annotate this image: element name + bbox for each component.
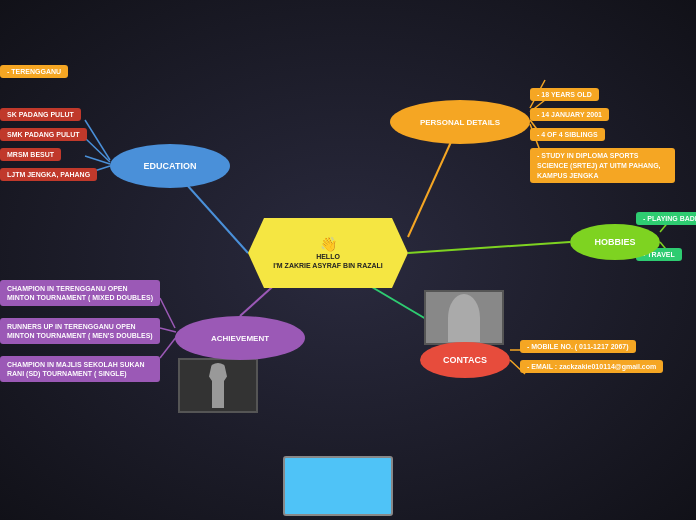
achievement-label: ACHIEVEMENT — [211, 334, 269, 343]
contacts-label: CONTACS — [443, 355, 487, 365]
contacts-node: CONTACS — [420, 342, 510, 378]
personal-label: PERSONAL DETAILS — [420, 118, 500, 127]
contact-person-photo — [424, 290, 504, 345]
ach-item-1: CHAMPION IN TERENGGANU OPEN MINTON TOURN… — [0, 280, 160, 306]
svg-line-16 — [160, 298, 175, 328]
personal-item-4: - 4 OF 4 SIBLINGS — [530, 128, 605, 141]
personal-item-3: - 14 JANUARY 2001 — [530, 108, 609, 121]
person-figure — [448, 294, 480, 342]
contact-item-2: - EMAIL : zackzakie010114@gmail.com — [520, 360, 663, 373]
bottom-video — [283, 456, 393, 516]
svg-line-5 — [85, 120, 110, 160]
personal-item-2: - 18 YEARS OLD — [530, 88, 599, 101]
svg-line-17 — [160, 328, 176, 332]
hobby-item-1: - PLAYING BADMINTON — [636, 212, 696, 225]
achievement-node: ACHIEVEMENT — [175, 316, 305, 360]
ach-item-3: CHAMPION IN MAJLIS SEKOLAH SUKAN RANI (S… — [0, 356, 160, 382]
achievement-video — [178, 358, 258, 413]
center-node: 👋 HELLO I'M ZAKRIE ASYRAF BIN RAZALI — [248, 218, 408, 288]
personal-item-1: - TERENGGANU — [0, 65, 68, 78]
svg-line-7 — [85, 156, 110, 164]
hobbies-node: HOBBIES — [570, 224, 660, 260]
person-silhouette — [203, 363, 233, 408]
edu-item-4: LJTM JENGKA, PAHANG — [0, 168, 97, 181]
center-text: HELLO I'M ZAKRIE ASYRAF BIN RAZALI — [273, 252, 383, 270]
edu-item-2: SMK PADANG PULUT — [0, 128, 87, 141]
hobbies-label: HOBBIES — [594, 237, 635, 247]
edu-item-1: SK PADANG PULUT — [0, 108, 81, 121]
education-label: EDUCATION — [144, 161, 197, 171]
personal-node: PERSONAL DETAILS — [390, 100, 530, 144]
edu-item-3: MRSM BESUT — [0, 148, 61, 161]
personal-item-5: - STUDY IN DIPLOMA SPORTS SCIENCE (SRTEJ… — [530, 148, 675, 183]
education-node: EDUCATION — [110, 144, 230, 188]
contact-item-1: - MOBILE NO. ( 011-1217 2067) — [520, 340, 636, 353]
center-icon: 👋 — [320, 236, 337, 252]
svg-line-6 — [85, 138, 110, 162]
ach-item-2: RUNNERS UP IN TERENGGANU OPEN MINTON TOU… — [0, 318, 160, 344]
svg-line-2 — [408, 242, 570, 253]
